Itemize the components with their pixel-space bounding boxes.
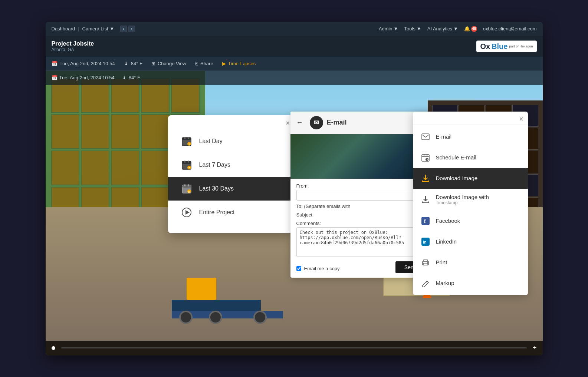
camera-list-dropdown[interactable]: Camera List ▼ [82,26,115,32]
date-display: 📅 Tue, Aug 2nd, 2024 10:54 [52,61,115,66]
timeline-add-btn[interactable]: + [533,344,537,352]
crane-boom-base [172,300,261,311]
email-share-icon [420,132,431,142]
calendar-small-icon: 📅 [52,75,58,80]
svg-rect-7 [182,161,191,164]
wheel-rear [253,311,267,324]
svg-text:f: f [424,218,426,224]
timeline-dot [52,346,55,350]
change-view-btn[interactable]: ⊞ Change View [151,61,186,66]
svg-rect-22 [424,154,424,156]
svg-marker-19 [185,210,190,215]
facebook-label: Facebook [436,218,460,224]
building-window [111,151,139,185]
markup-icon [420,278,431,288]
svg-rect-13 [182,185,191,188]
to-field-row: To: (Separate emails with [296,204,426,209]
email-back-btn[interactable]: ← [296,119,303,126]
wheel-left [179,311,193,324]
comments-label: Comments: [296,221,426,226]
modal-header: × [168,115,294,126]
svg-text:in: in [423,240,427,244]
timelapse-option-last-30-days[interactable]: 30 Last 30 Days [168,177,294,201]
download-image-item[interactable]: Download Image [413,168,528,189]
from-input[interactable] [296,190,426,201]
temperature-display: 🌡 84° F [124,61,142,66]
share-btn[interactable]: ⎘ Share [195,61,213,66]
timelapse-option-last-day[interactable]: 1 Last Day [168,129,294,153]
linkedin-share-item[interactable]: in LinkedIn [413,231,528,252]
building-window [141,151,170,185]
download-image-label: Download Image [436,175,478,181]
logo-sub: part of Hexagon [509,44,533,48]
svg-rect-20 [422,134,429,140]
svg-rect-17 [188,184,189,186]
share-email-item[interactable]: E-mail [413,126,528,147]
share-menu-panel: × E-mail [413,112,528,295]
temp-display: 🌡 84° F [122,75,140,80]
share-menu-close-btn[interactable]: × [519,115,523,123]
building-window [81,114,109,149]
tools-menu[interactable]: Tools ▼ [404,26,421,32]
svg-text:1: 1 [188,143,190,145]
from-field-row: From: [296,183,426,201]
grid-icon: ⊞ [151,61,155,66]
email-copy-checkbox[interactable] [296,266,301,271]
download-timestamp-item[interactable]: Download Image with Timestamp [413,189,528,211]
markup-item[interactable]: Markup [413,273,528,294]
facebook-share-item[interactable]: f Facebook [413,211,528,231]
main-content-area: // Generate 35 windows const frag = docu… [46,71,543,355]
svg-text:30: 30 [188,191,190,193]
admin-menu[interactable]: Admin ▼ [379,26,398,32]
share-menu-items-list: E-mail Schedule E-mail [413,125,528,295]
share-menu-header: × [413,112,528,125]
notification-bell[interactable]: 🔔 49 [464,26,477,32]
timelapse-option-entire-project[interactable]: Entire Project [168,201,294,224]
project-location: Atlanta, GA [52,47,537,52]
svg-rect-11 [188,161,189,163]
email-panel-header: ← ✉ E-mail [290,112,431,134]
building-window [81,151,109,185]
printer-icon [420,257,431,268]
schedule-email-item[interactable]: Schedule E-mail [413,147,528,168]
dashboard-link[interactable]: Dashboard [52,26,75,32]
nav-right: Admin ▼ Tools ▼ AI Analytics ▼ 🔔 49 oxbl… [379,26,537,32]
timelapse-modal-close-btn[interactable]: × [286,120,290,126]
building-window [51,114,80,149]
schedule-email-icon [420,152,431,163]
date-time-display: 📅 Tue, Aug 2nd, 2024 10:54 [52,75,115,80]
schedule-email-label: Schedule E-mail [436,154,476,161]
thermometer-icon: 🌡 [124,61,129,66]
comments-textarea[interactable]: Check out this project on OxBlue: https:… [296,227,426,257]
project-info: Project Jobsite Atlanta, GA [52,40,537,52]
building-window [51,151,80,185]
markup-label: Markup [436,280,454,286]
svg-rect-1 [182,138,191,140]
thermometer-small-icon: 🌡 [122,75,127,80]
timeline-track[interactable] [61,347,527,348]
svg-rect-5 [188,137,189,139]
app-window: Dashboard | Camera List ▼ ‹ › Admin ▼ To… [46,22,543,355]
svg-point-31 [427,262,428,263]
next-arrow-btn[interactable]: › [128,26,135,32]
nav-left: Dashboard | Camera List ▼ ‹ › [52,26,374,32]
last-30-days-icon: 30 [180,182,193,195]
bell-icon: 🔔 [464,26,470,32]
entire-project-icon [180,206,193,219]
email-copy-label: Email me a copy [304,266,340,271]
print-item[interactable]: Print [413,252,528,273]
timelapse-option-last-7-days[interactable]: 7 Last 7 Days [168,153,294,177]
last-day-icon: 1 [180,135,193,148]
email-panel: ← ✉ E-mail From: To: (Separate emails wi… [290,112,431,278]
last-30-days-label: Last 30 Days [199,185,234,192]
share-icon: ⎘ [195,61,198,66]
svg-rect-30 [424,263,427,265]
prev-arrow-btn[interactable]: ‹ [120,26,127,32]
email-copy-row: Email me a copy [296,266,340,271]
email-panel-title: ✉ E-mail [310,116,347,129]
print-label: Print [436,259,447,265]
ai-analytics-menu[interactable]: AI Analytics ▼ [427,26,458,32]
timelapse-btn[interactable]: ▶ Time-Lapses [222,61,256,66]
camera-toolbar: 📅 Tue, Aug 2nd, 2024 10:54 🌡 84° F ⊞ Cha… [46,57,543,71]
download-timestamp-text: Download Image with Timestamp [436,194,489,205]
